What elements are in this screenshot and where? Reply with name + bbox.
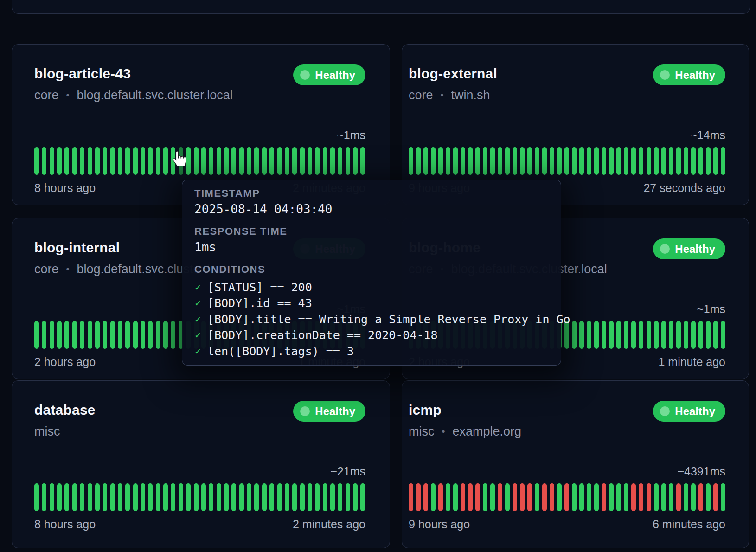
uptime-bar[interactable]: [148, 147, 153, 175]
uptime-bar[interactable]: [57, 483, 62, 511]
uptime-bar[interactable]: [446, 147, 450, 175]
uptime-bar[interactable]: [698, 483, 703, 511]
uptime-bar[interactable]: [186, 483, 191, 511]
uptime-bar[interactable]: [247, 483, 251, 511]
uptime-bar[interactable]: [80, 147, 84, 175]
uptime-bar[interactable]: [338, 483, 342, 511]
uptime-bar[interactable]: [461, 147, 465, 175]
uptime-bar[interactable]: [461, 483, 465, 511]
uptime-bar[interactable]: [254, 147, 259, 175]
uptime-bar[interactable]: [631, 321, 636, 349]
uptime-bar[interactable]: [587, 147, 591, 175]
uptime-bar[interactable]: [353, 147, 358, 175]
uptime-bar[interactable]: [330, 483, 335, 511]
uptime-bar[interactable]: [446, 483, 450, 511]
uptime-bar[interactable]: [292, 483, 297, 511]
uptime-bar[interactable]: [360, 483, 365, 511]
uptime-bar[interactable]: [416, 483, 421, 511]
uptime-bar[interactable]: [269, 483, 274, 511]
uptime-bar[interactable]: [201, 147, 206, 175]
uptime-bar[interactable]: [125, 321, 130, 349]
uptime-bar[interactable]: [654, 321, 659, 349]
uptime-bar[interactable]: [133, 321, 138, 349]
uptime-bar[interactable]: [103, 321, 107, 349]
uptime-bar[interactable]: [721, 321, 725, 349]
uptime-bar[interactable]: [156, 483, 160, 511]
uptime-bar[interactable]: [579, 483, 584, 511]
uptime-bar[interactable]: [72, 321, 77, 349]
uptime-bar[interactable]: [125, 147, 130, 175]
uptime-bars[interactable]: [409, 147, 725, 175]
uptime-bar[interactable]: [50, 483, 54, 511]
uptime-bar[interactable]: [691, 483, 696, 511]
uptime-bar[interactable]: [34, 483, 39, 511]
uptime-bar[interactable]: [163, 321, 168, 349]
uptime-bar[interactable]: [95, 147, 100, 175]
uptime-bar[interactable]: [103, 147, 107, 175]
uptime-bar[interactable]: [80, 321, 84, 349]
uptime-bar[interactable]: [438, 147, 443, 175]
uptime-bars[interactable]: [409, 483, 725, 511]
uptime-bar[interactable]: [542, 483, 547, 511]
uptime-bar[interactable]: [706, 321, 711, 349]
uptime-bar[interactable]: [409, 147, 413, 175]
uptime-bar[interactable]: [639, 147, 643, 175]
uptime-bar[interactable]: [475, 483, 480, 511]
uptime-bar[interactable]: [95, 483, 100, 511]
uptime-bar[interactable]: [639, 321, 643, 349]
uptime-bar[interactable]: [475, 147, 480, 175]
uptime-bar[interactable]: [602, 321, 606, 349]
uptime-bar[interactable]: [125, 483, 130, 511]
uptime-bar[interactable]: [431, 147, 436, 175]
uptime-bar[interactable]: [277, 147, 282, 175]
uptime-bar[interactable]: [239, 483, 244, 511]
uptime-bar[interactable]: [669, 147, 673, 175]
uptime-bar[interactable]: [156, 321, 160, 349]
uptime-bar[interactable]: [602, 483, 606, 511]
uptime-bar[interactable]: [118, 321, 122, 349]
uptime-bar[interactable]: [676, 321, 681, 349]
uptime-bar[interactable]: [247, 147, 251, 175]
uptime-bar[interactable]: [88, 147, 92, 175]
uptime-bar[interactable]: [110, 483, 115, 511]
uptime-bar[interactable]: [654, 147, 659, 175]
uptime-bar[interactable]: [579, 321, 584, 349]
uptime-bar[interactable]: [201, 483, 206, 511]
uptime-bar[interactable]: [483, 483, 487, 511]
uptime-bar[interactable]: [217, 483, 221, 511]
uptime-bar[interactable]: [431, 483, 436, 511]
uptime-bar[interactable]: [64, 483, 69, 511]
uptime-bar[interactable]: [639, 483, 643, 511]
uptime-bar[interactable]: [572, 147, 577, 175]
uptime-bar[interactable]: [594, 147, 599, 175]
uptime-bar[interactable]: [669, 321, 673, 349]
uptime-bar[interactable]: [231, 147, 236, 175]
uptime-bar[interactable]: [557, 147, 562, 175]
uptime-bar[interactable]: [409, 483, 413, 511]
uptime-bar[interactable]: [103, 483, 107, 511]
service-card-icmp[interactable]: icmp misc • example.org Healthy ~4391ms …: [402, 380, 749, 548]
uptime-bar[interactable]: [179, 483, 183, 511]
uptime-bar[interactable]: [95, 321, 100, 349]
uptime-bar[interactable]: [513, 147, 517, 175]
uptime-bar[interactable]: [594, 483, 599, 511]
uptime-bar[interactable]: [72, 483, 77, 511]
uptime-bar[interactable]: [721, 483, 725, 511]
uptime-bar[interactable]: [624, 147, 628, 175]
uptime-bar[interactable]: [224, 147, 229, 175]
uptime-bars[interactable]: [34, 483, 365, 511]
uptime-bar[interactable]: [631, 147, 636, 175]
uptime-bar[interactable]: [209, 147, 213, 175]
uptime-bar[interactable]: [676, 483, 681, 511]
uptime-bar[interactable]: [698, 321, 703, 349]
uptime-bar[interactable]: [285, 483, 289, 511]
uptime-bar[interactable]: [550, 483, 554, 511]
uptime-bar[interactable]: [141, 321, 145, 349]
uptime-bar[interactable]: [308, 147, 312, 175]
uptime-bar[interactable]: [423, 483, 428, 511]
uptime-bar[interactable]: [498, 147, 502, 175]
uptime-bar[interactable]: [42, 483, 46, 511]
uptime-bar[interactable]: [676, 147, 681, 175]
uptime-bar[interactable]: [661, 483, 666, 511]
uptime-bar[interactable]: [594, 321, 599, 349]
